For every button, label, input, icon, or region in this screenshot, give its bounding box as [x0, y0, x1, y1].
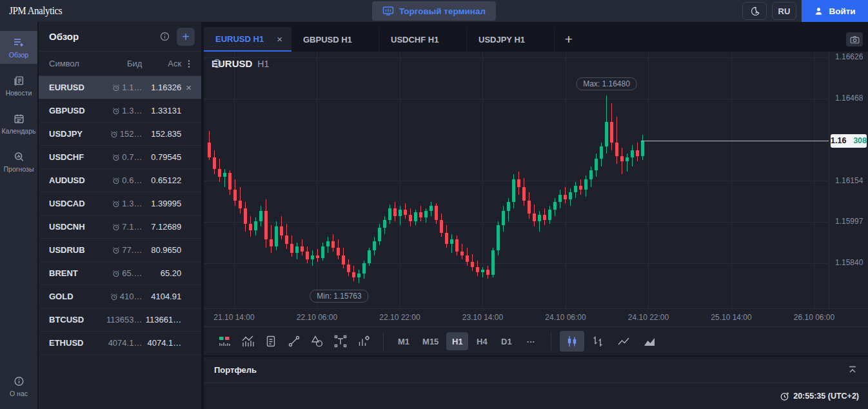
min-price-label: Min: 1.15763: [310, 290, 368, 303]
objects-tree-button[interactable]: [259, 331, 282, 352]
trading-terminal-button[interactable]: Торговый терминал: [372, 1, 496, 21]
time-axis[interactable]: 21.10 14:0022.10 06:0022.10 22:0023.10 1…: [204, 308, 868, 326]
timeframe-m15-button[interactable]: M15: [417, 332, 444, 350]
sidebar-item-label: Прогнозы: [4, 165, 34, 173]
bid-value: 65.…: [102, 268, 143, 278]
text-tool-button[interactable]: [329, 331, 352, 352]
column-ask[interactable]: Аск: [142, 59, 181, 68]
max-price-label: Max: 1.16480: [576, 77, 637, 90]
symbol-info-icon[interactable]: [212, 58, 222, 69]
bars-chart-type-button[interactable]: [586, 331, 610, 352]
sidebar-item-overview[interactable]: Обзор: [0, 31, 37, 64]
tab-gbpusd-h1[interactable]: GBPUSD H1: [291, 27, 379, 52]
screenshot-button[interactable]: [846, 32, 863, 46]
current-price-main: 1.16: [831, 136, 853, 145]
status-bar: 20:55:35 (UTC+2): [204, 383, 868, 409]
more-timeframes-button[interactable]: ···: [520, 332, 542, 350]
price-axis[interactable]: 1.16308 1.166261.164681.161541.159971.15…: [829, 52, 868, 308]
watchlist-info-icon[interactable]: [159, 31, 170, 42]
watchlist-menu-button[interactable]: [181, 59, 196, 68]
timeframe-h4-button[interactable]: H4: [471, 332, 493, 350]
ask-value: 0.65122: [142, 175, 181, 185]
symbol-name: ETHUSD: [49, 338, 102, 348]
watchlist-row-brent[interactable]: BRENT65.…65.20: [39, 262, 201, 285]
symbol-name: USDCNH: [49, 222, 102, 232]
sidebar-item-forecasts[interactable]: Прогнозы: [0, 145, 37, 178]
sidebar-item-about[interactable]: О нас: [0, 370, 37, 403]
alarm-clock-icon: [112, 177, 120, 185]
bid-value: 77.…: [102, 245, 143, 255]
collapse-panel-button[interactable]: [847, 365, 858, 374]
indicators-button[interactable]: [236, 331, 259, 352]
timeframe-d1-button[interactable]: D1: [495, 332, 517, 350]
news-icon: [13, 75, 25, 86]
watchlist-row-btcusd[interactable]: BTCUSD113653…113661…: [39, 308, 201, 332]
watchlist-row-ethusd[interactable]: ETHUSD4074.1…4074.1…: [39, 332, 201, 355]
watchlist-title: Обзор: [49, 31, 79, 42]
watchlist-row-eurusd[interactable]: EURUSD1.1…1.16326×: [39, 76, 201, 99]
new-tab-button[interactable]: +: [555, 27, 583, 52]
chart-panel: EURUSD H1 × GBPUSD H1 USDCHF H1 USDJPY H…: [204, 22, 868, 409]
watchlist-row-gbpusd[interactable]: GBPUSD1.3…1.33131: [39, 99, 201, 123]
watchlist-column-headers: Символ Бид Аск: [39, 52, 201, 76]
time-axis-label: 24.10 06:00: [536, 313, 595, 322]
ask-value: 1.33131: [142, 106, 181, 115]
column-bid[interactable]: Бид: [102, 59, 143, 68]
topbar-actions: RU Войти: [742, 0, 868, 22]
watchlist-row-gold[interactable]: GOLD410…4104.91: [39, 285, 201, 308]
alarm-clock-icon: [110, 130, 118, 138]
sidebar-item-calendar[interactable]: Календарь: [0, 107, 37, 140]
ask-value: 4074.1…: [142, 338, 181, 348]
kebab-menu-icon: [184, 59, 193, 68]
sidebar-item-news[interactable]: Новости: [0, 69, 37, 102]
ask-value: 65.20: [142, 268, 181, 278]
symbol-name: USDJPY: [49, 129, 102, 139]
tab-eurusd-h1[interactable]: EURUSD H1 ×: [204, 27, 291, 52]
watchlist-row-usdrub[interactable]: USDRUB77.…80.9650: [39, 239, 201, 262]
shapes-tool-button[interactable]: [306, 331, 329, 352]
toolbar-divider: [551, 332, 551, 350]
sidebar-item-label: Новости: [6, 89, 32, 97]
column-symbol[interactable]: Символ: [49, 59, 102, 68]
tab-usdchf-h1[interactable]: USDCHF H1: [379, 27, 467, 52]
language-button[interactable]: RU: [772, 2, 796, 20]
chart-settings-button[interactable]: [352, 331, 375, 352]
remove-symbol-button[interactable]: ×: [186, 82, 192, 93]
watchlist-row-usdchf[interactable]: USDCHF0.7…0.79545: [39, 146, 201, 169]
watchlist-row-usdcnh[interactable]: USDCNH7.1…7.12689: [39, 215, 201, 239]
app-logo[interactable]: JPM Analytics: [0, 5, 71, 17]
watchlist-row-usdcad[interactable]: USDCAD1.3…1.39995: [39, 192, 201, 215]
candlestick-chart[interactable]: EURUSD H1 Max: 1.16480 Min: 1.15763: [204, 52, 829, 308]
add-symbol-button[interactable]: +: [177, 28, 195, 46]
ask-value: 80.9650: [142, 245, 181, 255]
alarm-clock-icon: [110, 293, 118, 301]
ask-value: 4104.91: [142, 292, 181, 301]
market-depth-button[interactable]: [213, 331, 236, 352]
candles-chart-type-button[interactable]: [560, 331, 584, 352]
timeframe-m1-button[interactable]: M1: [393, 332, 415, 350]
time-axis-label: 25.10 14:00: [702, 313, 761, 322]
timeframe-h1-button[interactable]: H1: [446, 332, 468, 350]
watchlist-row-audusd[interactable]: AUDUSD0.6…0.65122: [39, 169, 201, 192]
symbol-name: BRENT: [49, 268, 102, 278]
bid-value: 1.3…: [102, 106, 143, 115]
trendline-tool-button[interactable]: [282, 331, 306, 352]
collapse-chevron-icon: [847, 365, 858, 374]
watchlist-row-usdjpy[interactable]: USDJPY152…152.835: [39, 123, 201, 146]
symbol-name: EURUSD: [49, 83, 102, 92]
bid-value: 113653…: [102, 315, 143, 324]
login-button[interactable]: Войти: [802, 0, 868, 22]
bid-value: 1.1…: [102, 83, 143, 92]
line-chart-type-button[interactable]: [611, 331, 636, 352]
market-depth-icon: [217, 334, 232, 348]
symbol-name: USDRUB: [49, 245, 102, 255]
server-time: 20:55:35 (UTC+2): [780, 392, 859, 401]
theme-toggle-button[interactable]: [742, 2, 767, 20]
alarm-clock-icon: [112, 84, 120, 92]
area-chart-type-button[interactable]: [637, 331, 662, 352]
bid-value: 0.6…: [102, 175, 143, 185]
person-icon: [814, 6, 824, 16]
tab-close-icon[interactable]: ×: [277, 34, 282, 45]
tab-usdjpy-h1[interactable]: USDJPY H1: [467, 27, 555, 52]
info-icon: [13, 375, 25, 387]
